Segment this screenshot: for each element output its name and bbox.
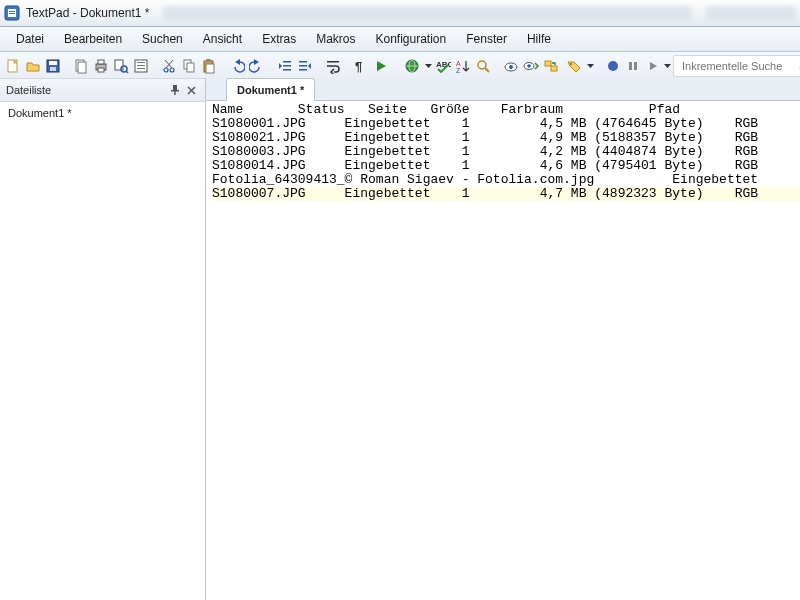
chevron-down-icon[interactable] [586, 55, 594, 77]
incremental-search-input[interactable] [680, 59, 794, 73]
menu-ansicht[interactable]: Ansicht [193, 27, 252, 51]
sort-button[interactable]: AZ [454, 54, 472, 78]
svg-rect-13 [115, 60, 123, 70]
svg-point-47 [524, 63, 534, 70]
svg-rect-53 [629, 62, 632, 70]
svg-point-51 [570, 63, 572, 65]
titlebar-blur-region [163, 6, 692, 20]
close-icon[interactable] [183, 82, 199, 98]
svg-rect-4 [8, 60, 17, 72]
macro-record-button[interactable] [604, 54, 622, 78]
editor-area: Dokument1 * Name Status Seite Größe Farb… [206, 78, 800, 600]
menu-hilfe[interactable]: Hilfe [517, 27, 561, 51]
menu-suchen[interactable]: Suchen [132, 27, 193, 51]
menu-bearbeiten[interactable]: Bearbeiten [54, 27, 132, 51]
svg-line-44 [485, 68, 489, 72]
paragraph-marks-button[interactable]: ¶ [352, 54, 370, 78]
svg-rect-12 [98, 68, 104, 72]
paste-button[interactable] [200, 54, 218, 78]
toolbar: ¶ ABC AZ ⬇ [0, 52, 800, 81]
svg-rect-32 [299, 61, 307, 63]
svg-point-45 [505, 63, 517, 71]
document-content[interactable]: Name Status Seite Größe Farbraum Pfad S1… [212, 103, 800, 201]
svg-line-15 [126, 71, 128, 73]
svg-rect-57 [174, 91, 176, 95]
svg-rect-17 [137, 62, 145, 63]
spellcheck-button[interactable]: ABC [434, 54, 452, 78]
print-button[interactable] [92, 54, 110, 78]
run-button[interactable] [372, 54, 390, 78]
svg-text:A: A [456, 60, 461, 67]
menu-konfiguration[interactable]: Konfiguration [365, 27, 456, 51]
word-wrap-button[interactable] [324, 54, 342, 78]
redo-button[interactable] [248, 54, 266, 78]
svg-rect-2 [9, 11, 15, 12]
svg-point-38 [409, 60, 415, 72]
print-preview-button[interactable] [112, 54, 130, 78]
find-button[interactable] [474, 54, 492, 78]
file-list-item[interactable]: Dokument1 * [6, 106, 199, 120]
svg-rect-5 [47, 60, 59, 72]
menu-bar: Datei Bearbeiten Suchen Ansicht Extras M… [0, 27, 800, 52]
new-file-button[interactable] [4, 54, 22, 78]
find-next-button[interactable] [522, 54, 540, 78]
document-tabs: Dokument1 * [206, 78, 800, 101]
chevron-down-icon[interactable] [424, 55, 432, 77]
indent-button[interactable] [296, 54, 314, 78]
svg-text:Z: Z [456, 67, 461, 74]
window-titlebar: TextPad - Dokument1 * [0, 0, 800, 27]
svg-rect-28 [206, 59, 211, 62]
macro-play-button[interactable] [644, 54, 662, 78]
svg-point-46 [509, 65, 513, 69]
open-file-button[interactable] [24, 54, 42, 78]
svg-rect-26 [204, 61, 213, 72]
undo-button[interactable] [228, 54, 246, 78]
workspace: Dateiliste Dokument1 * Dokument1 * Name … [0, 78, 800, 600]
text-editor[interactable]: Name Status Seite Größe Farbraum Pfad S1… [206, 101, 800, 600]
tag-icon[interactable] [562, 54, 586, 78]
menu-datei[interactable]: Datei [6, 27, 54, 51]
svg-text:¶: ¶ [355, 59, 362, 74]
svg-rect-9 [78, 62, 86, 73]
svg-rect-34 [299, 69, 307, 71]
incremental-search-box[interactable]: ⬇ [673, 55, 800, 77]
outdent-button[interactable] [276, 54, 294, 78]
cut-button[interactable] [160, 54, 178, 78]
svg-rect-6 [49, 61, 57, 65]
svg-rect-29 [283, 61, 291, 63]
properties-button[interactable] [132, 54, 150, 78]
globe-icon[interactable] [400, 54, 424, 78]
svg-rect-10 [96, 64, 106, 70]
svg-rect-11 [98, 60, 104, 64]
replace-button[interactable] [542, 54, 560, 78]
tags-dropdown[interactable] [562, 54, 594, 78]
svg-line-23 [165, 60, 172, 68]
pin-icon[interactable] [167, 82, 183, 98]
menu-fenster[interactable]: Fenster [456, 27, 517, 51]
search-go-icon[interactable]: ⬇ [794, 58, 800, 74]
tab-active[interactable]: Dokument1 * [226, 78, 315, 101]
file-list-panel: Dateiliste Dokument1 * [0, 78, 206, 600]
svg-rect-18 [137, 65, 145, 66]
svg-point-48 [527, 64, 531, 68]
file-list-header: Dateiliste [0, 78, 205, 102]
menu-extras[interactable]: Extras [252, 27, 306, 51]
save-button[interactable] [44, 54, 62, 78]
svg-point-37 [406, 60, 418, 72]
file-list-body: Dokument1 * [0, 102, 205, 600]
copy-button[interactable] [180, 54, 198, 78]
menu-makros[interactable]: Makros [306, 27, 365, 51]
copy-doc-button[interactable] [72, 54, 90, 78]
find-in-files-button[interactable] [502, 54, 520, 78]
svg-rect-19 [137, 68, 145, 69]
svg-rect-33 [299, 65, 307, 67]
svg-point-43 [478, 61, 486, 69]
chevron-down-icon[interactable] [664, 64, 671, 69]
svg-text:ABC: ABC [436, 60, 451, 69]
macro-pause-button[interactable] [624, 54, 642, 78]
file-list-title: Dateiliste [6, 84, 51, 96]
titlebar-controls-blur [706, 6, 796, 20]
svg-rect-31 [283, 69, 291, 71]
svg-rect-24 [184, 60, 191, 69]
web-dropdown[interactable] [400, 54, 432, 78]
